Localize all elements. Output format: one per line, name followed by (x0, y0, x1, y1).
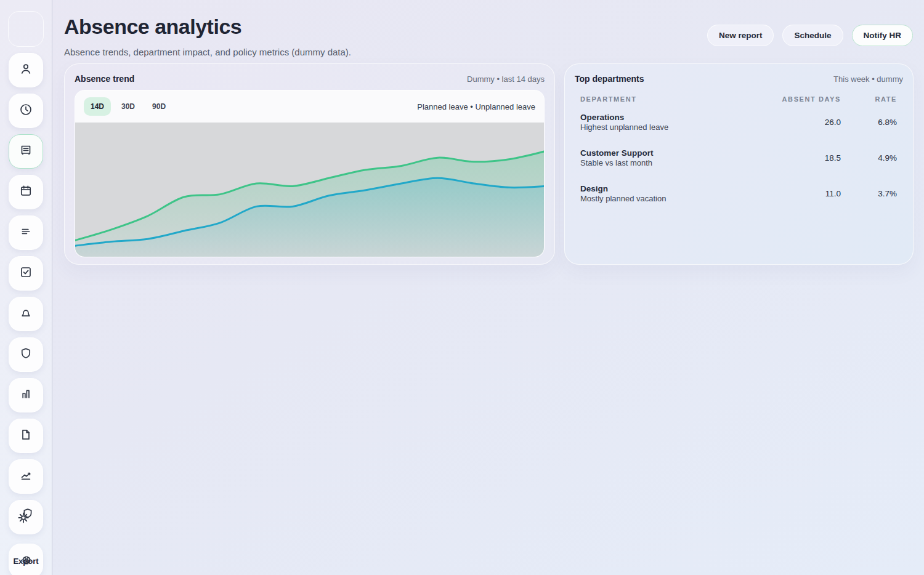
clock-icon (18, 102, 33, 119)
sidebar-item-settings[interactable] (9, 500, 43, 534)
sidebar-item-calendar[interactable] (9, 175, 43, 209)
shield-overlay-icon (20, 506, 35, 521)
absent-days-value: 26.0 (767, 118, 841, 127)
list-icon (18, 224, 33, 241)
absent-days-value: 11.0 (767, 189, 841, 198)
trend-up-icon (18, 468, 33, 485)
chat-icon (18, 143, 33, 160)
department-note: Highest unplanned leave (580, 123, 767, 132)
page-subtitle: Absence trends, department impact, and p… (64, 47, 351, 57)
sidebar-item-time[interactable] (9, 94, 43, 128)
departments-card-title: Top departments (575, 74, 644, 84)
trend-card-meta: Dummy • last 14 days (467, 74, 545, 84)
notify-hr-button[interactable]: Notify HR (852, 25, 914, 46)
table-row[interactable]: Operations Highest unplanned leave 26.0 … (575, 106, 903, 139)
sidebar-item-logs[interactable] (9, 215, 43, 250)
sidebar: Export (0, 0, 52, 575)
sidebar-item-security[interactable] (9, 337, 43, 372)
chart-panel: 14D 30D 90D Planned leave • Unplanned le… (75, 90, 545, 257)
department-name: Operations (580, 113, 767, 122)
col-rate: Rate (841, 95, 897, 103)
table-header-row: Department Absent days Rate (575, 95, 903, 103)
user-icon (18, 62, 33, 79)
sidebar-item-notifications[interactable] (9, 297, 43, 331)
new-report-button[interactable]: New report (707, 25, 774, 46)
sidebar-item-documents[interactable] (9, 419, 43, 453)
absence-trend-card: Absence trend Dummy • last 14 days 14D 3… (64, 63, 555, 265)
rate-value: 3.7% (841, 189, 897, 198)
range-14d-button[interactable]: 14D (84, 97, 111, 116)
calendar-icon (18, 183, 33, 201)
departments-table: Department Absent days Rate Operations H… (575, 95, 903, 210)
logo-placeholder (8, 11, 44, 47)
export-button[interactable]: Export (9, 544, 43, 575)
trend-area-chart (75, 123, 544, 257)
check-square-icon (18, 265, 33, 282)
page-title: Absence analytics (64, 15, 351, 39)
table-row[interactable]: Design Mostly planned vacation 11.0 3.7% (575, 177, 903, 210)
schedule-button[interactable]: Schedule (782, 25, 843, 46)
department-name: Customer Support (580, 148, 767, 158)
range-toggle-group: 14D 30D 90D (84, 97, 172, 116)
sidebar-item-analytics[interactable] (9, 378, 43, 412)
trend-card-title: Absence trend (75, 74, 134, 84)
chart-legend: Planned leave • Unplanned leave (417, 102, 535, 111)
department-name: Design (580, 184, 767, 193)
department-note: Mostly planned vacation (580, 194, 767, 203)
sidebar-item-reports-active[interactable] (9, 134, 43, 169)
top-departments-card: Top departments This week • dummy Depart… (564, 63, 914, 265)
sidebar-item-user[interactable] (9, 53, 43, 87)
export-label: Export (13, 557, 38, 566)
rate-value: 4.9% (841, 153, 897, 163)
bar-chart-icon (18, 387, 33, 404)
department-note: Stable vs last month (580, 158, 767, 167)
sidebar-item-tasks[interactable] (9, 256, 43, 291)
col-department: Department (580, 95, 767, 103)
col-absent-days: Absent days (767, 95, 841, 103)
page-header: Absence analytics Absence trends, depart… (64, 15, 913, 57)
table-row[interactable]: Customer Support Stable vs last month 18… (575, 142, 903, 174)
departments-card-meta: This week • dummy (833, 74, 903, 84)
sidebar-item-trends[interactable] (9, 459, 43, 494)
absent-days-value: 18.5 (767, 153, 841, 163)
file-icon (18, 427, 33, 444)
bell-icon (18, 305, 33, 323)
range-30d-button[interactable]: 30D (115, 97, 142, 116)
rate-value: 6.8% (841, 118, 897, 127)
range-90d-button[interactable]: 90D (145, 97, 172, 116)
header-actions: New report Schedule Notify HR (707, 25, 913, 46)
shield-icon (18, 346, 33, 363)
